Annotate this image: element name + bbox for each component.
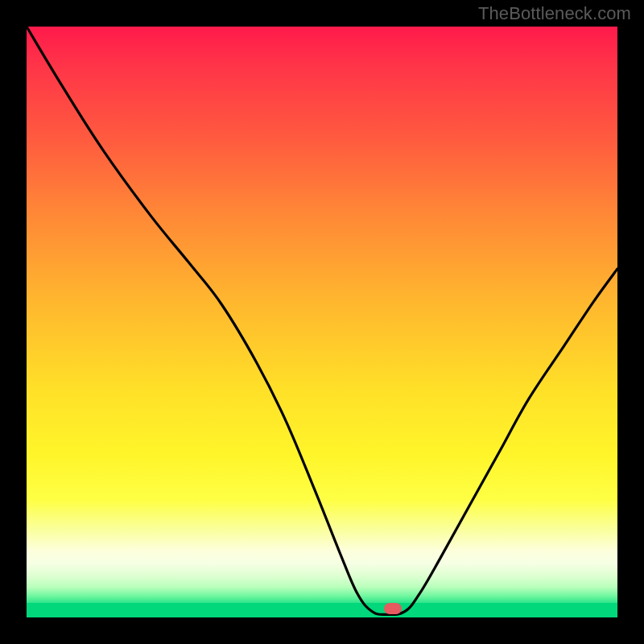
chart-frame: TheBottleneck.com [0, 0, 644, 644]
bottleneck-curve [27, 27, 617, 617]
plot-area [27, 27, 617, 617]
optimum-marker [384, 603, 402, 614]
watermark-text: TheBottleneck.com [478, 3, 631, 24]
